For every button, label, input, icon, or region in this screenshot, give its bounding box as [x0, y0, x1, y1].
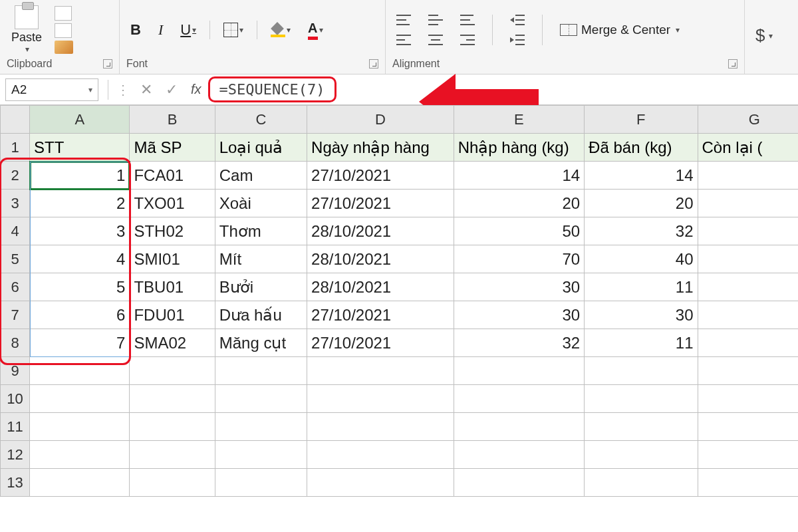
cell-A6[interactable]: 5 [30, 273, 130, 301]
cell-C2[interactable]: Cam [215, 162, 307, 190]
cell-D2[interactable]: 27/10/2021 [307, 162, 454, 190]
cell-G7[interactable] [698, 301, 798, 329]
cell-E5[interactable]: 70 [454, 245, 584, 273]
column-header-C[interactable]: C [215, 106, 307, 134]
cell-A7[interactable]: 6 [30, 301, 130, 329]
cell-B11[interactable] [130, 413, 215, 441]
cell-C8[interactable]: Măng cụt [215, 329, 307, 357]
cell-D9[interactable] [307, 357, 454, 385]
merge-center-button[interactable]: Merge & Center ▾ [556, 20, 684, 40]
cell-B10[interactable] [130, 385, 215, 413]
align-center-button[interactable] [424, 32, 447, 48]
cell-F11[interactable] [585, 413, 698, 441]
row-header-9[interactable]: 9 [1, 357, 30, 385]
cell-A12[interactable] [30, 441, 130, 469]
cell-C4[interactable]: Thơm [215, 217, 307, 245]
row-header-10[interactable]: 10 [1, 385, 30, 413]
cell-F8[interactable]: 11 [585, 329, 698, 357]
cell-B12[interactable] [130, 441, 215, 469]
font-color-button[interactable]: A▾ [304, 18, 327, 41]
fill-color-button[interactable]: ▾ [267, 20, 295, 40]
row-header-12[interactable]: 12 [1, 441, 30, 469]
cell-F5[interactable]: 40 [585, 245, 698, 273]
cell-A5[interactable]: 4 [30, 245, 130, 273]
dialog-launcher-icon[interactable] [103, 59, 112, 68]
cell-A13[interactable] [30, 469, 130, 497]
cell-E2[interactable]: 14 [454, 162, 584, 190]
row-header-8[interactable]: 8 [1, 329, 30, 357]
dialog-launcher-icon[interactable] [728, 59, 737, 68]
cell-F1[interactable]: Đã bán (kg) [585, 134, 698, 162]
cell-A11[interactable] [30, 413, 130, 441]
cell-G13[interactable] [698, 469, 798, 497]
cell-G4[interactable] [698, 217, 798, 245]
cell-G11[interactable] [698, 413, 798, 441]
cell-F3[interactable]: 20 [585, 190, 698, 217]
cell-E9[interactable] [454, 357, 584, 385]
cell-G1[interactable]: Còn lại ( [698, 134, 798, 162]
cell-D5[interactable]: 28/10/2021 [307, 245, 454, 273]
copy-icon[interactable] [55, 23, 72, 38]
cell-E13[interactable] [454, 469, 584, 497]
cell-G2[interactable] [698, 162, 798, 190]
paste-button[interactable]: Paste ▾ [7, 3, 47, 57]
borders-button[interactable]: ▾ [219, 20, 247, 40]
cell-E10[interactable] [454, 385, 584, 413]
cell-C13[interactable] [215, 469, 307, 497]
row-header-1[interactable]: 1 [1, 134, 30, 162]
cell-D7[interactable]: 27/10/2021 [307, 301, 454, 329]
row-header-4[interactable]: 4 [1, 217, 30, 245]
cell-E11[interactable] [454, 413, 584, 441]
row-header-6[interactable]: 6 [1, 273, 30, 301]
cell-E3[interactable]: 20 [454, 190, 584, 217]
cell-D3[interactable]: 27/10/2021 [307, 190, 454, 217]
formula-input[interactable]: =SEQUENCE(7) [208, 76, 336, 102]
cell-F2[interactable]: 14 [585, 162, 698, 190]
row-header-7[interactable]: 7 [1, 301, 30, 329]
row-header-13[interactable]: 13 [1, 469, 30, 497]
cell-D4[interactable]: 28/10/2021 [307, 217, 454, 245]
align-bottom-button[interactable] [456, 12, 479, 28]
cell-C7[interactable]: Dưa hấu [215, 301, 307, 329]
cell-C5[interactable]: Mít [215, 245, 307, 273]
cell-D10[interactable] [307, 385, 454, 413]
cell-C11[interactable] [215, 413, 307, 441]
row-header-2[interactable]: 2 [1, 162, 30, 190]
spreadsheet-grid[interactable]: ABCDEFG1STTMã SPLoại quảNgày nhập hàngNh… [0, 105, 798, 497]
currency-format-button[interactable]: $▾ [751, 23, 777, 49]
cell-B13[interactable] [130, 469, 215, 497]
enter-formula-button[interactable]: ✓ [159, 81, 184, 98]
cell-A3[interactable]: 2 [30, 190, 130, 217]
cell-D11[interactable] [307, 413, 454, 441]
cell-C6[interactable]: Bưởi [215, 273, 307, 301]
cell-E6[interactable]: 30 [454, 273, 584, 301]
cell-F7[interactable]: 30 [585, 301, 698, 329]
cell-F6[interactable]: 11 [585, 273, 698, 301]
column-header-E[interactable]: E [454, 106, 584, 134]
cell-D6[interactable]: 28/10/2021 [307, 273, 454, 301]
cell-C3[interactable]: Xoài [215, 190, 307, 217]
cell-E1[interactable]: Nhập hàng (kg) [454, 134, 584, 162]
cell-F9[interactable] [585, 357, 698, 385]
cell-G5[interactable] [698, 245, 798, 273]
cell-C9[interactable] [215, 357, 307, 385]
cell-G8[interactable] [698, 329, 798, 357]
cell-F10[interactable] [585, 385, 698, 413]
cell-B6[interactable]: TBU01 [130, 273, 215, 301]
cell-B1[interactable]: Mã SP [130, 134, 215, 162]
cell-A8[interactable]: 7 [30, 329, 130, 357]
cell-A4[interactable]: 3 [30, 217, 130, 245]
cell-F13[interactable] [585, 469, 698, 497]
fx-label[interactable]: fx [184, 82, 208, 97]
cell-B2[interactable]: FCA01 [130, 162, 215, 190]
decrease-indent-button[interactable] [506, 12, 529, 28]
cell-B9[interactable] [130, 357, 215, 385]
cell-E4[interactable]: 50 [454, 217, 584, 245]
column-header-B[interactable]: B [130, 106, 215, 134]
column-header-D[interactable]: D [307, 106, 454, 134]
dialog-launcher-icon[interactable] [369, 59, 378, 68]
cell-A10[interactable] [30, 385, 130, 413]
cell-F12[interactable] [585, 441, 698, 469]
cell-B7[interactable]: FDU01 [130, 301, 215, 329]
cell-G12[interactable] [698, 441, 798, 469]
